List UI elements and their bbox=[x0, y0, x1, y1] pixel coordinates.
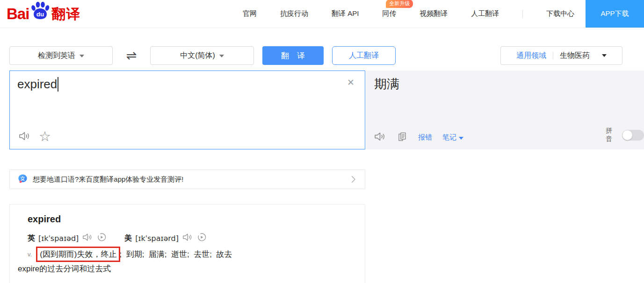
report-error-link[interactable]: 报错 bbox=[418, 133, 432, 142]
source-text-input[interactable]: expired bbox=[17, 77, 58, 92]
nav-divider bbox=[522, 10, 523, 18]
promo-text: 想要地道口语?来百度翻译app体验专业发音测评! bbox=[33, 175, 184, 184]
clear-input-button[interactable]: ✕ bbox=[347, 77, 355, 88]
red-annotation-box: (因到期而)失效，终止 bbox=[36, 247, 120, 262]
uk-label: 英 bbox=[28, 233, 35, 243]
domain-divider bbox=[553, 52, 553, 59]
favorite-star-button[interactable]: ☆ bbox=[39, 130, 51, 143]
translation-result-panel: 期满 bbox=[366, 71, 644, 149]
chevron-down-icon bbox=[219, 55, 224, 57]
chevron-right-icon bbox=[349, 175, 357, 184]
replay-icon bbox=[96, 232, 107, 244]
pinyin-label: 拼音 bbox=[606, 127, 618, 143]
definition-row: v. (因到期而)失效，终止 ; 到期; 届满; 逝世; 去世; 故去 bbox=[28, 247, 232, 262]
phonetics-row: 英 [ɪkˈspaɪəd] bbox=[28, 232, 207, 244]
source-language-select[interactable]: 检测到英语 bbox=[9, 46, 113, 65]
copy-icon bbox=[397, 131, 408, 144]
baidu-translate-page: Bai du 翻译 官网 抗疫行动 翻译 API 同传 全新升级 bbox=[0, 0, 644, 283]
speaker-icon bbox=[18, 130, 31, 144]
nav-item-simultaneous[interactable]: 同传 全新升级 bbox=[382, 9, 396, 18]
source-panel-toolbar: ☆ bbox=[18, 130, 51, 144]
caret-down-icon bbox=[459, 137, 463, 140]
close-icon: ✕ bbox=[347, 78, 355, 87]
domain-general-option[interactable]: 通用领域 bbox=[516, 51, 546, 61]
baidu-translate-logo[interactable]: Bai du 翻译 bbox=[7, 3, 80, 25]
logo-bai-text: Bai bbox=[7, 5, 29, 23]
translate-app-icon bbox=[17, 173, 28, 186]
source-input-panel[interactable]: expired ✕ ☆ bbox=[9, 71, 365, 149]
definition-note: expire的过去分词和过去式 bbox=[18, 263, 111, 274]
speaker-icon bbox=[82, 232, 93, 244]
speaker-icon bbox=[374, 131, 386, 144]
logo-product-text: 翻译 bbox=[51, 5, 80, 24]
swap-languages-button[interactable]: ⇌ bbox=[122, 46, 141, 65]
us-label: 美 bbox=[124, 233, 132, 243]
header: Bai du 翻译 官网 抗疫行动 翻译 API 同传 全新升级 bbox=[0, 0, 644, 28]
notes-dropdown[interactable]: 笔记 bbox=[442, 133, 463, 142]
source-speaker-button[interactable] bbox=[18, 130, 31, 144]
result-speaker-button[interactable] bbox=[374, 131, 386, 144]
definition-rest: ; 到期; 届满; 逝世; 去世; 故去 bbox=[119, 249, 232, 260]
translation-result-text: 期满 bbox=[374, 76, 399, 92]
swap-icon: ⇌ bbox=[126, 48, 137, 63]
nav-item-download-center[interactable]: 下载中心 bbox=[546, 9, 574, 18]
header-nav: 官网 抗疫行动 翻译 API 同传 全新升级 视频翻译 人工翻译 下载中心 bbox=[243, 0, 574, 28]
source-language-label: 检测到英语 bbox=[38, 51, 75, 61]
nav-item-human-translate[interactable]: 人工翻译 bbox=[471, 9, 499, 18]
caret-down-icon bbox=[602, 54, 607, 57]
human-translate-button[interactable]: 人工翻译 bbox=[332, 46, 396, 65]
svg-text:du: du bbox=[36, 11, 44, 18]
speaker-icon bbox=[182, 232, 193, 244]
star-icon: ☆ bbox=[39, 130, 51, 143]
translate-button[interactable]: 翻 译 bbox=[262, 46, 324, 65]
chevron-down-icon bbox=[80, 55, 84, 57]
pinyin-control: 拼音 bbox=[606, 127, 644, 143]
us-ipa: [ɪkˈspaɪərd] bbox=[135, 234, 179, 243]
dictionary-headword: expired bbox=[28, 214, 61, 225]
pinyin-toggle[interactable] bbox=[622, 130, 644, 141]
uk-speaker-button[interactable] bbox=[82, 232, 93, 244]
app-promo-banner[interactable]: 想要地道口语?来百度翻译app体验专业发音测评! bbox=[9, 170, 365, 189]
app-download-button[interactable]: APP下载 bbox=[586, 0, 644, 28]
dictionary-card: expired 英 [ɪkˈspaɪəd] bbox=[9, 204, 365, 283]
replay-icon bbox=[196, 232, 207, 244]
part-of-speech: v. bbox=[28, 251, 32, 258]
us-replay-button[interactable] bbox=[196, 232, 207, 244]
uk-ipa: [ɪkˈspaɪəd] bbox=[38, 234, 79, 243]
us-speaker-button[interactable] bbox=[182, 232, 193, 244]
new-upgrade-badge: 全新升级 bbox=[386, 0, 413, 8]
domain-selected-option[interactable]: 生物医药 bbox=[560, 51, 590, 61]
text-cursor bbox=[58, 77, 58, 92]
uk-replay-button[interactable] bbox=[96, 232, 107, 244]
result-panel-toolbar: 报错 笔记 bbox=[374, 131, 463, 144]
copy-result-button[interactable] bbox=[397, 131, 408, 144]
nav-item-translate-api[interactable]: 翻译 API bbox=[332, 9, 359, 18]
domain-selector[interactable]: 通用领域 生物医药 bbox=[500, 46, 622, 65]
target-language-label: 中文(简体) bbox=[180, 51, 215, 61]
nav-item-official-site[interactable]: 官网 bbox=[243, 9, 257, 18]
nav-item-anti-epidemic[interactable]: 抗疫行动 bbox=[280, 9, 308, 18]
target-language-select[interactable]: 中文(简体) bbox=[150, 46, 254, 65]
nav-item-video-translate[interactable]: 视频翻译 bbox=[420, 9, 448, 18]
baidu-paw-icon: du bbox=[29, 1, 51, 23]
toggle-knob bbox=[622, 130, 632, 140]
